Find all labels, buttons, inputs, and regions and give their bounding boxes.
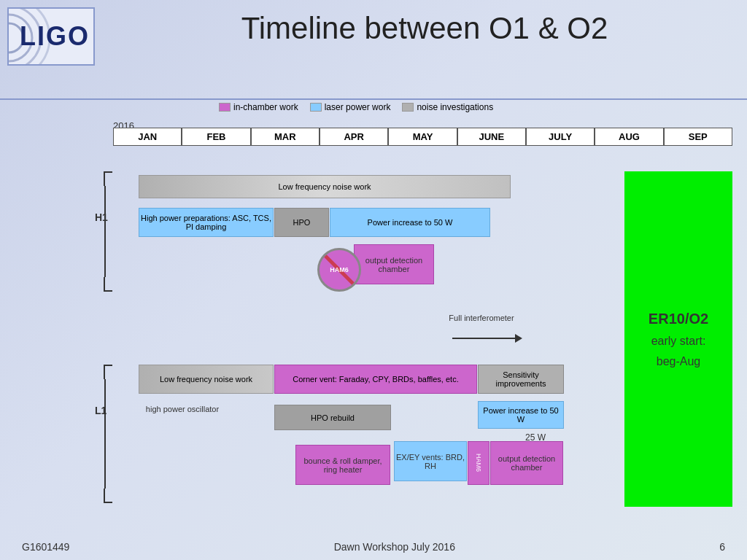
month-july: JULY xyxy=(526,128,595,146)
main-area: H1 Low frequency noise work High power p… xyxy=(95,157,732,516)
month-feb: FEB xyxy=(182,128,250,146)
l1-sensitivity-bar: Sensitivity improvements xyxy=(478,365,564,394)
footer-center: Dawn Workshop July 2016 xyxy=(334,541,455,553)
l1-hpo-rebuild-label: HPO rebuild xyxy=(311,413,355,422)
logo-text: LIGO xyxy=(20,21,90,52)
footer-right: 6 xyxy=(719,541,725,553)
l1-lf-noise-bar: Low frequency noise work xyxy=(139,365,274,394)
legend-noise-inv: noise investigations xyxy=(402,102,493,112)
full-interferometer-label: Full interferometer xyxy=(445,314,518,322)
l1-ham6-label: HAM6 xyxy=(475,454,482,472)
top-divider xyxy=(0,98,747,100)
footer-left: G1601449 xyxy=(22,541,69,553)
l1-corner-vent-label: Corner vent: Faraday, CPY, BRDs, baffles… xyxy=(293,375,458,384)
full-ifo-arrow-line xyxy=(452,338,518,339)
h1-bracket-line xyxy=(104,186,106,277)
h1-ham6-label: HAM6 xyxy=(330,266,349,273)
h1-output-det-label: output detection chamber xyxy=(355,256,433,273)
logo-area: LIGO xyxy=(7,7,102,80)
h1-hp-prep-bar: High power preparations: ASC, TCS, PI da… xyxy=(139,208,274,237)
l1-bracket-top xyxy=(104,365,105,379)
l1-exey-label: EX/EY vents: BRD, RH xyxy=(395,453,466,470)
l1-bracket-bot xyxy=(104,489,105,503)
er10-sub2: beg-Aug xyxy=(657,355,701,368)
legend-noise-inv-box xyxy=(402,103,414,112)
l1-bounce-bar: bounce & roll damper, ring heater xyxy=(295,445,390,485)
l1-output-det-label: output detection chamber xyxy=(491,454,562,472)
h1-bracket-bot xyxy=(104,277,105,292)
l1-power-label: Power increase to 50 W xyxy=(479,406,563,424)
l1-output-det-bar: output detection chamber xyxy=(490,441,563,485)
er10-sub1: early start: xyxy=(651,335,706,348)
h1-lf-noise-bar: Low frequency noise work xyxy=(139,175,511,198)
l1-bounce-label: bounce & roll damper, ring heater xyxy=(296,456,390,474)
l1-label: L1 xyxy=(95,405,107,416)
h1-ham6-badge: HAM6 xyxy=(317,248,361,292)
logo-box: LIGO xyxy=(7,7,95,66)
month-apr: APR xyxy=(320,128,388,146)
h1-bracket-bot-h xyxy=(104,290,112,292)
h1-power-bar: Power increase to 50 W xyxy=(330,208,490,237)
h1-hp-prep-label: High power preparations: ASC, TCS, PI da… xyxy=(139,214,273,231)
month-sep: SEP xyxy=(664,128,732,146)
legend-in-chamber-label: in-chamber work xyxy=(233,102,298,112)
h1-output-det-bar: output detection chamber xyxy=(354,244,434,284)
legend-in-chamber: in-chamber work xyxy=(219,102,298,112)
er10-title: ER10/O2 xyxy=(649,311,708,327)
full-ifo-arrow-head xyxy=(515,334,522,343)
h1-bracket-top xyxy=(104,171,105,186)
legend-laser-power-box xyxy=(310,103,322,112)
footer: G1601449 Dawn Workshop July 2016 6 xyxy=(0,541,747,553)
timeline-header: JAN FEB MAR APR MAY JUNE JULY AUG SEP xyxy=(113,128,732,146)
page-title: Timeline between O1 & O2 xyxy=(117,11,732,46)
l1-lf-noise-label: Low frequency noise work xyxy=(160,375,252,384)
l1-exey-bar: EX/EY vents: BRD, RH xyxy=(394,441,467,481)
l1-bracket-top-h xyxy=(104,365,112,366)
h1-power-label: Power increase to 50 W xyxy=(368,218,453,227)
l1-sensitivity-label: Sensitivity improvements xyxy=(479,370,563,388)
month-aug: AUG xyxy=(595,128,663,146)
h1-bracket-top-h xyxy=(104,171,112,173)
h1-hpo-bar: HPO xyxy=(274,208,329,237)
l1-bracket-bot-h xyxy=(104,502,112,503)
legend-laser-power: laser power work xyxy=(310,102,391,112)
legend-noise-inv-label: noise investigations xyxy=(417,102,493,112)
month-jan: JAN xyxy=(113,128,182,146)
l1-hpo-oscillator-label: high power oscillator xyxy=(139,405,226,413)
month-june: JUNE xyxy=(457,128,526,146)
legend-laser-power-label: laser power work xyxy=(325,102,391,112)
h1-hpo-label: HPO xyxy=(293,218,311,227)
l1-power-bar: Power increase to 50 W xyxy=(478,401,564,429)
l1-corner-vent-bar: Corner vent: Faraday, CPY, BRDs, baffles… xyxy=(274,365,477,394)
month-mar: MAR xyxy=(251,128,320,146)
h1-label: H1 xyxy=(95,211,108,223)
l1-ham6-bar: HAM6 xyxy=(468,441,489,485)
h1-lf-noise-label: Low frequency noise work xyxy=(278,182,371,191)
er10-box: ER10/O2 early start: beg-Aug xyxy=(624,171,732,507)
l1-hpo-rebuild-bar: HPO rebuild xyxy=(274,405,391,430)
l1-bracket-line xyxy=(104,379,106,489)
legend: in-chamber work laser power work noise i… xyxy=(219,102,493,112)
month-may: MAY xyxy=(388,128,457,146)
legend-in-chamber-box xyxy=(219,103,231,112)
